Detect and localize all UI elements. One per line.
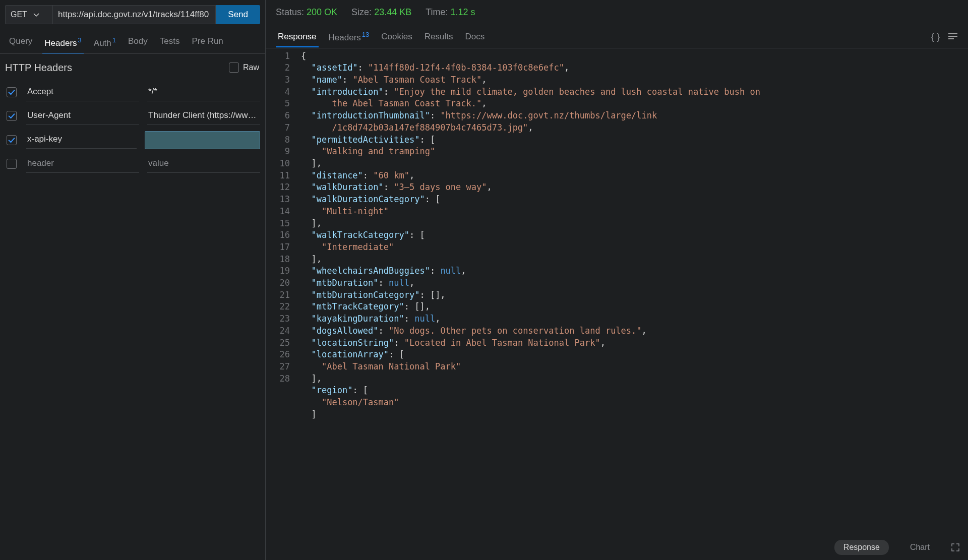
- status-bar: Status: 200 OK Size: 23.44 KB Time: 1.12…: [266, 0, 968, 18]
- status-value: 200 OK: [307, 7, 337, 17]
- header-value-input[interactable]: [145, 131, 260, 149]
- header-value-input[interactable]: value: [147, 155, 260, 173]
- header-row: x-api-key: [5, 128, 260, 152]
- raw-checkbox[interactable]: [229, 63, 239, 73]
- header-value-input[interactable]: Thunder Client (https://www.thunderclien…: [147, 107, 260, 125]
- line-gutter: 1234567891011121314151617181920212223242…: [266, 50, 296, 560]
- tab-results[interactable]: Results: [418, 28, 459, 47]
- header-enabled-checkbox[interactable]: [7, 159, 17, 169]
- header-row: headervalue: [5, 152, 260, 176]
- json-viewer[interactable]: 1234567891011121314151617181920212223242…: [266, 48, 968, 560]
- chart-view-toggle[interactable]: Chart: [901, 540, 939, 555]
- raw-label: Raw: [243, 63, 259, 72]
- tab-cookies[interactable]: Cookies: [375, 28, 418, 47]
- header-name-input[interactable]: Accept: [26, 84, 139, 101]
- header-enabled-checkbox[interactable]: [7, 111, 17, 121]
- tab-headers[interactable]: Headers13: [323, 27, 376, 48]
- header-row: Accept*/*: [5, 81, 260, 104]
- headers-title-row: HTTP Headers Raw: [0, 54, 265, 78]
- header-name-input[interactable]: User-Agent: [26, 107, 139, 125]
- tab-tests[interactable]: Tests: [154, 32, 186, 53]
- time-value: 1.12 s: [451, 7, 475, 17]
- size-value: 23.44 KB: [374, 7, 411, 17]
- header-enabled-checkbox[interactable]: [7, 135, 17, 145]
- tab-response[interactable]: Response: [272, 28, 323, 47]
- http-method-label: GET: [11, 10, 27, 19]
- response-footer: Response Chart: [834, 540, 960, 555]
- request-bar: GET Send: [0, 0, 265, 24]
- tab-auth[interactable]: Auth1: [88, 32, 122, 53]
- headers-title: HTTP Headers: [5, 62, 72, 74]
- chevron-down-icon: [33, 12, 39, 18]
- http-method-select[interactable]: GET: [5, 5, 52, 24]
- request-tabs: QueryHeaders3Auth1BodyTestsPre Run: [0, 24, 265, 54]
- headers-table: Accept*/*User-AgentThunder Client (https…: [0, 78, 265, 179]
- expand-icon[interactable]: [951, 543, 960, 552]
- tab-query[interactable]: Query: [3, 32, 38, 53]
- response-panel: Status: 200 OK Size: 23.44 KB Time: 1.12…: [266, 0, 968, 560]
- tab-badge: 13: [362, 31, 369, 38]
- header-value-input[interactable]: */*: [147, 84, 260, 101]
- status-label: Status:: [276, 7, 304, 17]
- json-code[interactable]: { "assetId": "114ff80d-12f4-4f0b-8384-10…: [296, 50, 968, 560]
- time-label: Time:: [426, 7, 448, 17]
- tab-headers[interactable]: Headers3: [38, 32, 88, 53]
- tab-pre-run[interactable]: Pre Run: [186, 32, 229, 53]
- response-tabs: ResponseHeaders13CookiesResultsDocs { }: [266, 18, 968, 48]
- response-view-toggle[interactable]: Response: [834, 540, 889, 555]
- header-name-input[interactable]: x-api-key: [26, 131, 137, 149]
- tab-docs[interactable]: Docs: [459, 28, 491, 47]
- tab-badge: 1: [112, 36, 116, 44]
- header-name-input[interactable]: header: [26, 155, 139, 173]
- format-json-icon[interactable]: { }: [927, 30, 944, 44]
- header-enabled-checkbox[interactable]: [7, 87, 17, 97]
- url-input[interactable]: [52, 5, 216, 24]
- tab-badge: 3: [78, 36, 82, 44]
- word-wrap-icon[interactable]: [944, 30, 962, 44]
- send-button[interactable]: Send: [216, 5, 260, 24]
- size-label: Size:: [351, 7, 372, 17]
- tab-body[interactable]: Body: [122, 32, 154, 53]
- request-panel: GET Send QueryHeaders3Auth1BodyTestsPre …: [0, 0, 266, 560]
- header-row: User-AgentThunder Client (https://www.th…: [5, 104, 260, 128]
- raw-toggle[interactable]: Raw: [229, 63, 259, 73]
